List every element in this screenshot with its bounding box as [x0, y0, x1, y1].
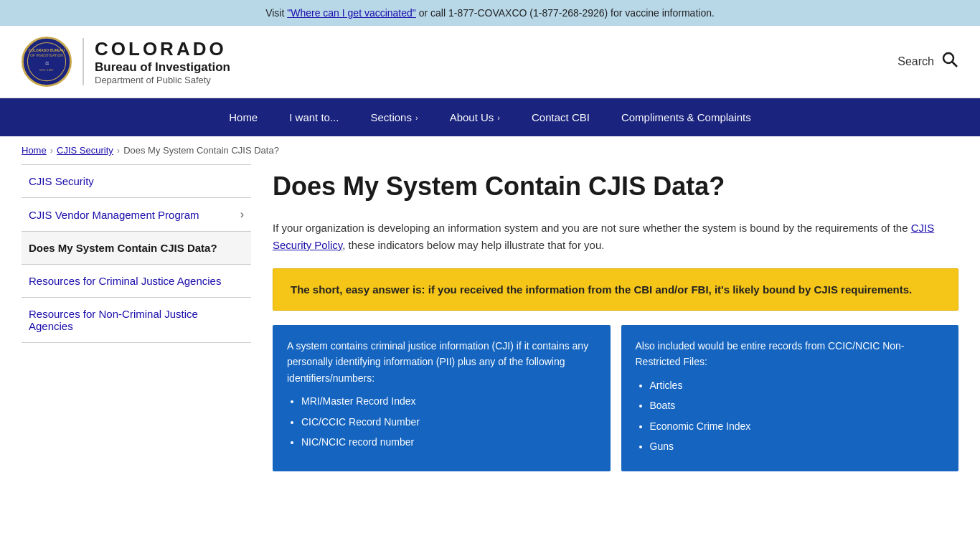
header-right: Search	[897, 51, 958, 72]
svg-text:COLORADO BUREAU: COLORADO BUREAU	[29, 49, 65, 52]
nav-home-label: Home	[229, 111, 258, 123]
list-item: NIC/NCIC record number	[301, 434, 596, 450]
sidebar-item-does-my-system[interactable]: Does My System Contain CJIS Data?	[22, 232, 251, 265]
intro-paragraph: If your organization is developing an in…	[273, 220, 958, 254]
sidebar-link-cjis-security[interactable]: CJIS Security	[29, 175, 94, 187]
logo-bureau: Bureau of Investigation	[95, 60, 230, 75]
sidebar-item-cjis-security[interactable]: CJIS Security	[22, 164, 251, 198]
search-icon	[941, 51, 958, 68]
breadcrumb-sep-1: ›	[50, 145, 53, 156]
list-item: Economic Crime Index	[650, 418, 945, 434]
search-button[interactable]	[941, 51, 958, 72]
list-item: CIC/CCIC Record Number	[301, 414, 596, 430]
nav-sections-label: Sections	[370, 111, 412, 123]
breadcrumb-cjis-security[interactable]: CJIS Security	[57, 145, 113, 156]
nav-compliments[interactable]: Compliments & Complaints	[606, 98, 767, 136]
intro-text-after: , these indicators below may help illust…	[342, 239, 604, 251]
breadcrumb-current: Does My System Contain CJIS Data?	[123, 145, 279, 156]
sidebar-item-cj-agencies[interactable]: Resources for Criminal Justice Agencies	[22, 265, 251, 298]
right-box-title: Also included would be entire records fr…	[636, 338, 945, 370]
right-box-list: Articles Boats Economic Crime Index Guns	[636, 377, 945, 455]
main-content: CJIS Security CJIS Vendor Management Pro…	[0, 164, 980, 500]
banner-text-before: Visit	[265, 7, 287, 19]
breadcrumb-home[interactable]: Home	[22, 145, 47, 156]
vaccine-link[interactable]: "Where can I get vaccinated"	[287, 7, 416, 19]
sidebar-vendor-row: CJIS Vendor Management Program ›	[29, 208, 244, 221]
breadcrumb-sep-2: ›	[117, 145, 120, 156]
sidebar-item-vendor-mgmt[interactable]: CJIS Vendor Management Program ›	[22, 198, 251, 232]
list-item: Articles	[650, 377, 945, 393]
nav-i-want-to-label: I want to...	[289, 111, 339, 123]
nav-sections[interactable]: Sections ›	[354, 98, 433, 136]
nav-compliments-label: Compliments & Complaints	[621, 111, 751, 123]
logo-colorado: COLORADO	[95, 38, 230, 60]
svg-point-6	[943, 53, 953, 63]
nav-sections-arrow: ›	[415, 113, 418, 122]
top-banner: Visit "Where can I get vaccinated" or ca…	[0, 0, 980, 26]
nav-home[interactable]: Home	[213, 98, 273, 136]
page-title: Does My System Contain CJIS Data?	[273, 171, 958, 202]
info-columns: A system contains criminal justice infor…	[273, 325, 958, 471]
left-info-box: A system contains criminal justice infor…	[273, 325, 611, 471]
content-area: Does My System Contain CJIS Data? If you…	[273, 164, 958, 471]
header-left: COLORADO BUREAU OF INVESTIGATION ⚖ EST. …	[22, 37, 230, 87]
breadcrumb: Home › CJIS Security › Does My System Co…	[0, 136, 980, 164]
sidebar-link-vendor-mgmt[interactable]: CJIS Vendor Management Program	[29, 209, 199, 221]
right-info-box: Also included would be entire records fr…	[621, 325, 959, 471]
sidebar-link-non-cj-agencies[interactable]: Resources for Non-Criminal Justice Agenc…	[29, 308, 198, 332]
list-item: Boats	[650, 397, 945, 413]
list-item: MRI/Master Record Index	[301, 393, 596, 409]
highlight-box: The short, easy answer is: if you receiv…	[273, 268, 958, 311]
sidebar-active-label: Does My System Contain CJIS Data?	[29, 242, 217, 254]
nav-contact-cbi-label: Contact CBI	[532, 111, 590, 123]
nav-contact-cbi[interactable]: Contact CBI	[516, 98, 606, 136]
logo-text: COLORADO Bureau of Investigation Departm…	[83, 38, 230, 85]
banner-text-after: or call 1-877-COVAXCO (1-877-268-2926) f…	[419, 7, 715, 19]
svg-text:OF INVESTIGATION: OF INVESTIGATION	[30, 54, 63, 57]
left-box-list: MRI/Master Record Index CIC/CCIC Record …	[287, 393, 596, 450]
sidebar-item-non-cj-agencies[interactable]: Resources for Non-Criminal Justice Agenc…	[22, 298, 251, 343]
sidebar: CJIS Security CJIS Vendor Management Pro…	[22, 164, 251, 471]
list-item: Guns	[650, 438, 945, 454]
logo-dept: Department of Public Safety	[95, 75, 230, 85]
svg-line-7	[953, 62, 958, 67]
main-nav: Home I want to... Sections › About Us › …	[0, 98, 980, 136]
svg-text:EST. 1967: EST. 1967	[39, 68, 54, 72]
highlight-text: The short, easy answer is: if you receiv…	[291, 283, 941, 296]
nav-about-us-label: About Us	[450, 111, 494, 123]
nav-about-us[interactable]: About Us ›	[434, 98, 516, 136]
intro-text-before: If your organization is developing an in…	[273, 222, 911, 234]
sidebar-link-cj-agencies[interactable]: Resources for Criminal Justice Agencies	[29, 275, 221, 287]
left-box-title: A system contains criminal justice infor…	[287, 338, 596, 386]
nav-i-want-to[interactable]: I want to...	[273, 98, 354, 136]
search-label: Search	[897, 55, 934, 68]
cbi-seal: COLORADO BUREAU OF INVESTIGATION ⚖ EST. …	[22, 37, 72, 87]
header: COLORADO BUREAU OF INVESTIGATION ⚖ EST. …	[0, 26, 980, 98]
nav-about-arrow: ›	[497, 113, 500, 122]
sidebar-vendor-arrow: ›	[240, 208, 244, 221]
